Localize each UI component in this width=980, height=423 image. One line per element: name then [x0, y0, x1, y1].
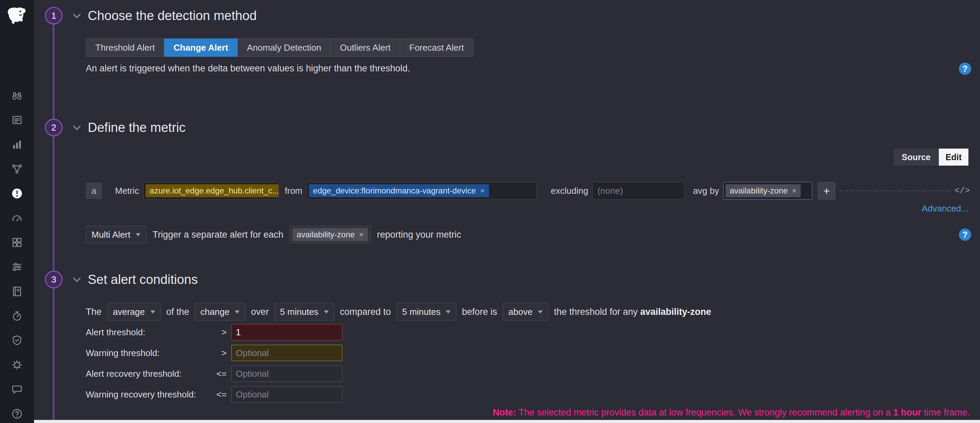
help-icon[interactable]: ?: [959, 228, 971, 241]
alert-threshold-input[interactable]: [231, 324, 342, 341]
warning-threshold-label: Warning threshold:: [86, 348, 211, 358]
datadog-monitor-editor: 1 Choose the detection method Threshold …: [0, 0, 980, 423]
metrics-icon[interactable]: [11, 138, 24, 151]
apm-icon[interactable]: [11, 163, 24, 176]
alert-recovery-threshold-row: Alert recovery threshold: <=: [86, 366, 342, 382]
alert-type-dropdown[interactable]: Multi Alert: [86, 226, 146, 244]
condition-compared-to-label: compared to: [340, 307, 391, 317]
remove-group-icon[interactable]: ×: [792, 187, 797, 195]
group-by-tagbox[interactable]: availability-zone ×: [290, 226, 371, 244]
group-tag-label: availability-zone: [297, 231, 355, 239]
aggregation-dropdown[interactable]: average: [107, 303, 161, 321]
excluding-input[interactable]: [595, 186, 682, 196]
monitors-icon[interactable]: [11, 187, 24, 200]
add-query-button[interactable]: +: [818, 182, 835, 200]
remove-tag-icon[interactable]: ×: [359, 231, 364, 239]
operator-dropdown[interactable]: above: [503, 303, 549, 321]
condition-tail-group: availability-zone: [640, 307, 711, 317]
condition-before-is-label: before is: [462, 307, 497, 317]
datadog-logo[interactable]: [0, 2, 34, 30]
events-icon[interactable]: [11, 114, 24, 127]
pipelines-icon[interactable]: [11, 260, 24, 273]
step-2-title: Define the metric: [88, 120, 185, 135]
function-value: change: [200, 307, 229, 317]
chat-icon[interactable]: [11, 383, 24, 396]
condition-tail-text: the threshold for any: [554, 307, 640, 317]
notebooks-icon[interactable]: [11, 285, 24, 298]
detection-description: An alert is triggered when the delta bet…: [86, 63, 410, 74]
alert-recovery-threshold-operator: <=: [211, 369, 227, 379]
stopwatch-icon[interactable]: [11, 309, 24, 322]
help-icon[interactable]: ?: [959, 63, 971, 75]
compare-window-dropdown[interactable]: 5 minutes: [396, 303, 457, 321]
avg-by-chip[interactable]: availability-zone ×: [725, 184, 801, 197]
note-bold: 1 hour: [893, 407, 921, 418]
from-scope-chip[interactable]: edge_device:florimondmanca-vagrant-devic…: [309, 184, 489, 197]
alert-conditions-sentence: The average of the change over 5 minutes…: [86, 303, 711, 321]
gear-icon[interactable]: [11, 358, 24, 371]
code-editor-toggle-icon[interactable]: </>: [955, 186, 970, 196]
remove-scope-icon[interactable]: ×: [480, 187, 485, 195]
metric-name-chip[interactable]: azure.iot_edge.edge_hub.client_c...: [146, 184, 279, 197]
alert-threshold-row: Alert threshold: >: [86, 324, 342, 341]
metric-name-label: azure.iot_edge.edge_hub.client_c...: [150, 187, 279, 195]
step-connector-line: [53, 14, 54, 423]
step-1-badge: 1: [45, 7, 63, 24]
step-2-badge: 2: [45, 119, 63, 136]
warning-threshold-input[interactable]: [231, 345, 342, 361]
advanced-link[interactable]: Advanced...: [922, 203, 969, 214]
note-text-2: time frame.: [921, 407, 970, 418]
synthetics-gauge-icon[interactable]: [11, 211, 24, 224]
metric-input[interactable]: azure.iot_edge.edge_hub.client_c...: [143, 182, 279, 200]
function-dropdown[interactable]: change: [195, 303, 245, 321]
step-1-header: 1 Choose the detection method: [45, 7, 256, 24]
window-dropdown[interactable]: 5 minutes: [274, 303, 334, 321]
tab-anomaly-detection[interactable]: Anomaly Detection: [237, 38, 331, 57]
condition-tail: the threshold for any availability-zone: [554, 307, 711, 317]
chevron-down-icon[interactable]: [72, 274, 82, 285]
metric-label: Metric: [115, 186, 139, 196]
step-2-header: 2 Define the metric: [45, 119, 185, 136]
caret-down-icon: [136, 233, 140, 236]
tab-forecast-alert[interactable]: Forecast Alert: [400, 38, 473, 57]
warning-recovery-threshold-label: Warning recovery threshold:: [86, 389, 211, 400]
step-3-title: Set alert conditions: [88, 272, 198, 287]
avg-by-input[interactable]: availability-zone ×: [723, 182, 812, 200]
note-label: Note:: [493, 407, 516, 418]
from-scope-label: edge_device:florimondmanca-vagrant-devic…: [313, 187, 476, 195]
query-letter-badge[interactable]: a: [86, 182, 102, 199]
detection-method-tabs: Threshold Alert Change Alert Anomaly Det…: [86, 38, 473, 57]
multi-alert-text-before: Trigger a separate alert for each: [153, 230, 283, 240]
warning-recovery-threshold-input[interactable]: [231, 386, 342, 402]
from-input[interactable]: edge_device:florimondmanca-vagrant-devic…: [307, 182, 537, 200]
threshold-inputs: Alert threshold: > Warning threshold: > …: [86, 324, 342, 407]
watchdog-icon[interactable]: [11, 89, 24, 102]
tab-outliers-alert[interactable]: Outliers Alert: [331, 38, 400, 57]
metric-query-row: a Metric azure.iot_edge.edge_hub.client_…: [86, 181, 970, 200]
excluding-input-box: [592, 182, 684, 200]
alert-type-value: Multi Alert: [92, 230, 130, 240]
step-3-badge: 3: [45, 271, 63, 288]
next-section-edge: [34, 420, 980, 423]
step-1-title: Choose the detection method: [88, 8, 256, 23]
tab-change-alert[interactable]: Change Alert: [164, 38, 237, 57]
chevron-down-icon[interactable]: [72, 122, 82, 133]
caret-down-icon: [324, 311, 329, 314]
tab-threshold-alert[interactable]: Threshold Alert: [86, 38, 164, 57]
sidebar: [0, 0, 34, 423]
caret-down-icon: [235, 311, 240, 314]
source-tab[interactable]: Source: [894, 149, 939, 166]
caret-down-icon: [538, 311, 543, 314]
low-frequency-note: Note: The selected metric provides data …: [493, 407, 970, 418]
help-circle-icon[interactable]: [11, 407, 24, 420]
security-shield-icon[interactable]: [11, 334, 24, 347]
alert-recovery-threshold-input[interactable]: [231, 366, 342, 382]
caret-down-icon: [446, 311, 450, 314]
infrastructure-icon[interactable]: [11, 236, 24, 249]
chevron-down-icon[interactable]: [72, 10, 82, 21]
warning-threshold-operator: >: [211, 348, 227, 358]
multi-alert-row: Multi Alert Trigger a separate alert for…: [86, 226, 461, 244]
group-tag-chip[interactable]: availability-zone ×: [293, 228, 368, 241]
edit-tab[interactable]: Edit: [939, 149, 969, 166]
alert-threshold-operator: >: [211, 327, 227, 337]
